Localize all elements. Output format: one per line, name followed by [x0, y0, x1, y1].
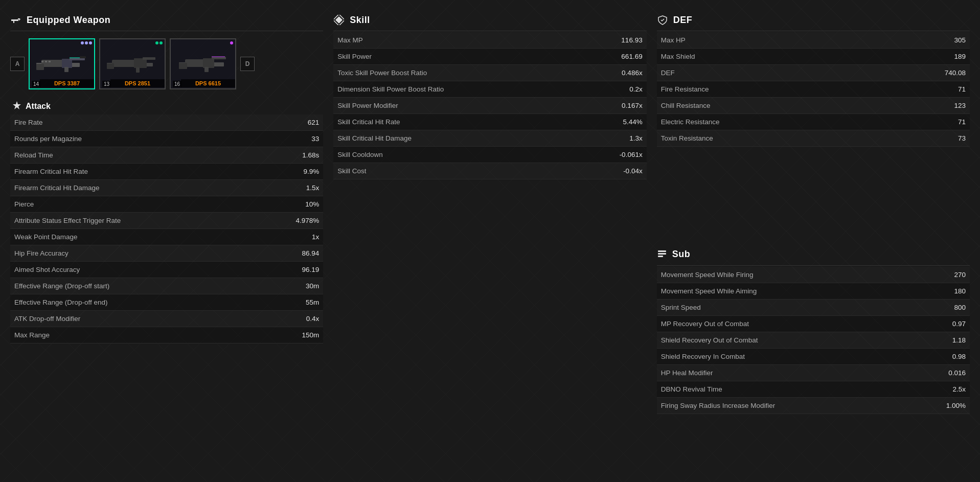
slot-a-label: A: [10, 57, 25, 71]
weapon-slots: A: [10, 32, 323, 96]
svg-rect-10: [41, 61, 43, 62]
skill-stat-label: Toxic Skill Power Boost Ratio: [337, 69, 427, 77]
attack-stat-row: Firearm Critical Hit Damage 1.5x: [10, 180, 323, 196]
def-stat-row: Electric Resistance 71: [657, 114, 970, 130]
attack-stat-label: Max Range: [14, 331, 50, 339]
attack-stat-row: Reload Time 1.68s: [10, 147, 323, 164]
def-stat-row: Chill Resistance 123: [657, 98, 970, 114]
def-stat-value: 123: [925, 102, 966, 109]
weapon-card-1[interactable]: 14 DPS 3387: [29, 38, 95, 89]
sub-stat-row: Movement Speed While Firing 270: [657, 267, 970, 283]
attack-header: Attack: [10, 96, 323, 114]
svg-rect-3: [18, 19, 20, 19]
attack-stat-value: 33: [278, 135, 319, 143]
def-stat-value: 189: [925, 53, 966, 60]
attack-stat-label: Weak Point Damage: [14, 233, 78, 241]
svg-rect-19: [143, 57, 155, 60]
skill-stat-row: Max MP 116.93: [333, 32, 646, 49]
attack-stat-value: 150m: [278, 331, 319, 339]
weapon-card-3[interactable]: 16 DPS 6615: [170, 38, 236, 89]
skill-stat-value: 116.93: [602, 36, 643, 44]
sub-stats-area: Movement Speed While Firing 270 Movement…: [657, 267, 970, 472]
weapon-3-dps: DPS 6615: [181, 79, 235, 87]
weapon-icon: [10, 14, 21, 26]
skill-stat-label: Skill Cost: [337, 167, 366, 175]
sub-stat-row: Sprint Speed 800: [657, 300, 970, 316]
rarity-dots-2: [155, 41, 163, 44]
svg-rect-24: [203, 58, 214, 68]
def-stat-label: Toxin Resistance: [661, 134, 713, 142]
weapon-img-1: [34, 49, 90, 79]
attack-stat-row: Aimed Shot Accuracy 96.19: [10, 262, 323, 278]
sub-stat-row: MP Recovery Out of Combat 0.97: [657, 316, 970, 332]
attack-stat-row: Firearm Critical Hit Rate 9.9%: [10, 164, 323, 180]
def-stat-row: DEF 740.08: [657, 65, 970, 81]
def-stat-value: 71: [925, 85, 966, 93]
sub-section-header: Sub: [657, 242, 970, 266]
attack-stat-label: Aimed Shot Accuracy: [14, 266, 80, 273]
svg-rect-2: [13, 21, 14, 23]
attack-stat-value: 4.978%: [278, 217, 319, 224]
svg-rect-20: [107, 63, 114, 69]
sub-section-title: Sub: [672, 249, 691, 260]
attack-stat-label: Rounds per Magazine: [14, 135, 82, 143]
skill-section-header: Skill: [333, 10, 646, 31]
skill-stat-label: Skill Critical Hit Damage: [337, 134, 412, 142]
skill-stat-label: Dimension Skill Power Boost Ratio: [337, 85, 444, 93]
rarity-dots-3: [230, 41, 233, 44]
attack-stat-row: Rounds per Magazine 33: [10, 131, 323, 147]
sub-stat-value: 0.97: [925, 320, 966, 328]
attack-stat-row: ATK Drop-off Modifier 0.4x: [10, 311, 323, 327]
svg-rect-13: [64, 67, 69, 72]
skill-stat-label: Skill Power Modifier: [337, 102, 398, 109]
svg-rect-17: [112, 60, 138, 67]
svg-rect-21: [136, 67, 140, 73]
def-stat-label: Chill Resistance: [661, 102, 711, 109]
sub-stat-label: Shield Recovery In Combat: [661, 353, 745, 360]
sub-stat-label: MP Recovery Out of Combat: [661, 320, 749, 328]
def-stat-label: Max Shield: [661, 53, 695, 60]
skill-stat-row: Toxic Skill Power Boost Ratio 0.486x: [333, 65, 646, 81]
def-stat-label: Fire Resistance: [661, 85, 709, 93]
weapon-card-2[interactable]: 13 DPS 2851: [99, 38, 166, 89]
sub-stat-label: Movement Speed While Aiming: [661, 287, 757, 295]
attack-stat-label: Firearm Critical Hit Damage: [14, 184, 100, 192]
weapon-1-dps: DPS 3387: [40, 79, 94, 87]
skill-stat-value: -0.04x: [602, 167, 643, 175]
attack-stat-value: 55m: [278, 299, 319, 306]
skill-stat-label: Max MP: [337, 36, 363, 44]
skill-stat-value: 661.69: [602, 53, 643, 60]
svg-point-4: [19, 19, 20, 20]
weapon-1-level: 14: [32, 81, 40, 87]
def-stat-row: Fire Resistance 71: [657, 81, 970, 98]
sub-stat-label: Sprint Speed: [661, 304, 701, 311]
sub-stat-value: 1.18: [925, 336, 966, 344]
sub-stat-row: DBNO Revival Time 2.5x: [657, 381, 970, 398]
svg-rect-25: [212, 57, 226, 59]
sub-stat-label: Movement Speed While Firing: [661, 271, 754, 279]
def-stat-value: 73: [925, 134, 966, 142]
def-stat-label: DEF: [661, 69, 675, 77]
svg-rect-23: [185, 59, 206, 67]
svg-rect-0: [11, 19, 18, 21]
attack-stat-row: Fire Rate 621: [10, 114, 323, 131]
svg-rect-15: [80, 56, 86, 58]
weapon-section-title: Equipped Weapon: [27, 15, 110, 26]
svg-rect-27: [204, 67, 209, 72]
sub-stat-label: DBNO Revival Time: [661, 385, 722, 393]
attack-stat-label: ATK Drop-off Modifier: [14, 315, 80, 323]
svg-rect-26: [179, 63, 187, 69]
def-stat-value: 740.08: [925, 69, 966, 77]
svg-rect-34: [658, 256, 663, 257]
sub-stat-value: 2.5x: [925, 385, 966, 393]
attack-stats-area[interactable]: Fire Rate 621 Rounds per Magazine 33 Rel…: [10, 114, 323, 472]
def-section-title: DEF: [673, 15, 693, 26]
weapon-img-2: [104, 49, 161, 79]
skill-stat-row: Skill Power Modifier 0.167x: [333, 98, 646, 114]
sub-stat-value: 1.00%: [925, 402, 966, 409]
skill-stat-value: 1.3x: [602, 134, 643, 142]
def-stat-row: Max Shield 189: [657, 49, 970, 65]
skill-stat-label: Skill Critical Hit Rate: [337, 118, 400, 126]
svg-rect-9: [36, 64, 44, 70]
attack-stat-label: Effective Range (Drop-off start): [14, 282, 109, 290]
